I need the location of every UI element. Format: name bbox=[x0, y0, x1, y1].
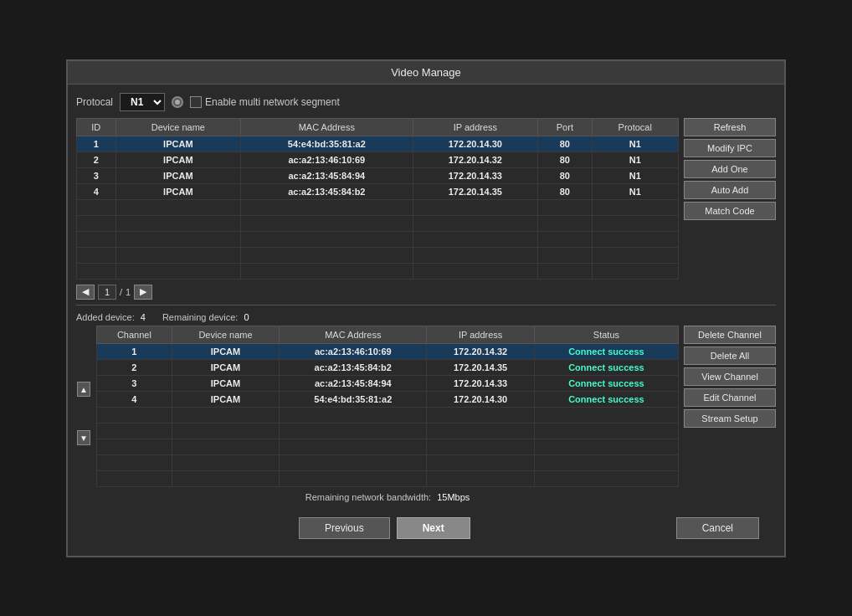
lower-col-ip: IP address bbox=[427, 326, 534, 343]
lower-cell-device: IPCAM bbox=[172, 375, 279, 391]
edit-channel-button[interactable]: Edit Channel bbox=[684, 388, 776, 407]
upper-cell-mac: ac:a2:13:45:84:b2 bbox=[241, 183, 413, 199]
auto-add-button[interactable]: Auto Add bbox=[684, 181, 776, 199]
dialog-title: Video Manage bbox=[68, 61, 784, 85]
upper-cell-port: 80 bbox=[538, 183, 592, 199]
refresh-button[interactable]: Refresh bbox=[684, 118, 776, 136]
bandwidth-value: 15Mbps bbox=[437, 492, 470, 502]
next-button[interactable]: Next bbox=[397, 517, 470, 539]
protocol-row: Protocal N1 Enable multi network segment bbox=[76, 93, 776, 111]
upper-empty-row bbox=[77, 199, 679, 215]
added-device-row: Added device: 4 Remaining device: 0 bbox=[76, 312, 776, 322]
lower-col-status: Status bbox=[534, 326, 678, 343]
upper-table-row[interactable]: 3 IPCAM ac:a2:13:45:84:94 172.20.14.33 8… bbox=[77, 167, 679, 183]
col-port: Port bbox=[538, 118, 592, 136]
lower-cell-mac: ac:a2:13:46:10:69 bbox=[280, 343, 427, 359]
lower-cell-ip: 172.20.14.33 bbox=[427, 375, 534, 391]
lower-col-mac: MAC Address bbox=[280, 326, 427, 343]
lower-cell-channel: 4 bbox=[97, 391, 172, 407]
match-code-button[interactable]: Match Code bbox=[684, 202, 776, 220]
upper-empty-row bbox=[77, 215, 679, 231]
lower-cell-ip: 172.20.14.35 bbox=[427, 359, 534, 375]
protocol-dropdown[interactable]: N1 bbox=[120, 93, 165, 111]
upper-table-row[interactable]: 2 IPCAM ac:a2:13:46:10:69 172.20.14.32 8… bbox=[77, 151, 679, 167]
page-separator: / bbox=[120, 287, 122, 297]
upper-cell-ip: 172.20.14.33 bbox=[413, 167, 538, 183]
col-protocal: Protocal bbox=[592, 118, 678, 136]
multi-network-label: Enable multi network segment bbox=[190, 96, 340, 108]
arrow-col: ▲ ▼ bbox=[76, 326, 91, 502]
delete-channel-button[interactable]: Delete Channel bbox=[684, 326, 776, 344]
upper-cell-device: IPCAM bbox=[115, 183, 241, 199]
lower-cell-channel: 1 bbox=[97, 343, 172, 359]
previous-button[interactable]: Previous bbox=[299, 517, 390, 539]
upper-empty-row bbox=[77, 247, 679, 263]
cancel-button[interactable]: Cancel bbox=[676, 517, 759, 539]
lower-btn-section: Delete Channel Delete All View Channel E… bbox=[684, 326, 776, 502]
upper-empty-row bbox=[77, 231, 679, 247]
col-device-name: Device name bbox=[115, 118, 241, 136]
lower-cell-device: IPCAM bbox=[172, 391, 279, 407]
lower-cell-device: IPCAM bbox=[172, 343, 279, 359]
lower-cell-channel: 3 bbox=[97, 375, 172, 391]
lower-cell-device: IPCAM bbox=[172, 359, 279, 375]
up-arrow-btn[interactable]: ▲ bbox=[77, 382, 90, 397]
lower-table-row[interactable]: 1 IPCAM ac:a2:13:46:10:69 172.20.14.32 C… bbox=[97, 343, 679, 359]
multi-network-checkbox[interactable] bbox=[190, 96, 202, 108]
lower-table-row[interactable]: 4 IPCAM 54:e4:bd:35:81:a2 172.20.14.30 C… bbox=[97, 391, 679, 407]
upper-table-row[interactable]: 4 IPCAM ac:a2:13:45:84:b2 172.20.14.35 8… bbox=[77, 183, 679, 199]
lower-cell-mac: ac:a2:13:45:84:94 bbox=[280, 375, 427, 391]
upper-empty-row bbox=[77, 263, 679, 279]
upper-section: ID Device name MAC Address IP address Po… bbox=[76, 118, 776, 300]
upper-cell-protocal: N1 bbox=[592, 151, 678, 167]
down-arrow-btn[interactable]: ▼ bbox=[77, 430, 90, 445]
lower-cell-ip: 172.20.14.30 bbox=[427, 391, 534, 407]
lower-empty-row bbox=[97, 423, 679, 439]
modify-ipc-button[interactable]: Modify IPC bbox=[684, 139, 776, 157]
add-one-button[interactable]: Add One bbox=[684, 160, 776, 178]
delete-all-button[interactable]: Delete All bbox=[684, 346, 776, 365]
upper-table-section: ID Device name MAC Address IP address Po… bbox=[76, 118, 679, 300]
added-count: 4 bbox=[141, 312, 146, 322]
col-id: ID bbox=[77, 118, 116, 136]
upper-cell-ip: 172.20.14.35 bbox=[413, 183, 538, 199]
page-total: 1 bbox=[126, 287, 131, 297]
lower-table: Channel Device name MAC Address IP addre… bbox=[96, 326, 679, 487]
protocol-radio[interactable] bbox=[172, 96, 183, 108]
upper-cell-mac: 54:e4:bd:35:81:a2 bbox=[241, 136, 413, 151]
added-label: Added device: 4 bbox=[76, 312, 146, 322]
upper-cell-ip: 172.20.14.30 bbox=[413, 136, 538, 151]
upper-cell-id: 1 bbox=[77, 136, 116, 151]
upper-btn-section: Refresh Modify IPC Add One Auto Add Matc… bbox=[684, 118, 776, 300]
lower-cell-status: Connect success bbox=[534, 343, 678, 359]
lower-table-row[interactable]: 2 IPCAM ac:a2:13:45:84:b2 172.20.14.35 C… bbox=[97, 359, 679, 375]
page-next-btn[interactable]: ▶ bbox=[134, 285, 152, 300]
protocol-label: Protocal bbox=[76, 96, 113, 108]
lower-table-row[interactable]: 3 IPCAM ac:a2:13:45:84:94 172.20.14.33 C… bbox=[97, 375, 679, 391]
page-prev-btn[interactable]: ◀ bbox=[76, 285, 95, 300]
upper-cell-port: 80 bbox=[538, 167, 592, 183]
upper-cell-port: 80 bbox=[538, 151, 592, 167]
stream-setup-button[interactable]: Stream Setup bbox=[684, 409, 776, 428]
lower-cell-mac: ac:a2:13:45:84:b2 bbox=[280, 359, 427, 375]
lower-cell-channel: 2 bbox=[97, 359, 172, 375]
upper-table: ID Device name MAC Address IP address Po… bbox=[76, 118, 679, 280]
col-mac: MAC Address bbox=[241, 118, 413, 136]
upper-cell-protocal: N1 bbox=[592, 183, 678, 199]
footer-center: Previous Next bbox=[299, 517, 470, 539]
video-manage-dialog: Video Manage Protocal N1 Enable multi ne… bbox=[66, 59, 786, 557]
upper-cell-device: IPCAM bbox=[115, 151, 241, 167]
remaining-count: 0 bbox=[244, 312, 249, 322]
upper-table-row[interactable]: 1 IPCAM 54:e4:bd:35:81:a2 172.20.14.30 8… bbox=[77, 136, 679, 151]
upper-cell-mac: ac:a2:13:46:10:69 bbox=[241, 151, 413, 167]
upper-cell-device: IPCAM bbox=[115, 136, 241, 151]
lower-empty-row bbox=[97, 470, 679, 486]
upper-cell-protocal: N1 bbox=[592, 167, 678, 183]
upper-cell-port: 80 bbox=[538, 136, 592, 151]
lower-cell-status: Connect success bbox=[534, 391, 678, 407]
view-channel-button[interactable]: View Channel bbox=[684, 367, 776, 386]
remaining-label: Remaining device: 0 bbox=[162, 312, 249, 322]
lower-cell-ip: 172.20.14.32 bbox=[427, 343, 534, 359]
upper-cell-id: 2 bbox=[77, 151, 116, 167]
upper-cell-ip: 172.20.14.32 bbox=[413, 151, 538, 167]
